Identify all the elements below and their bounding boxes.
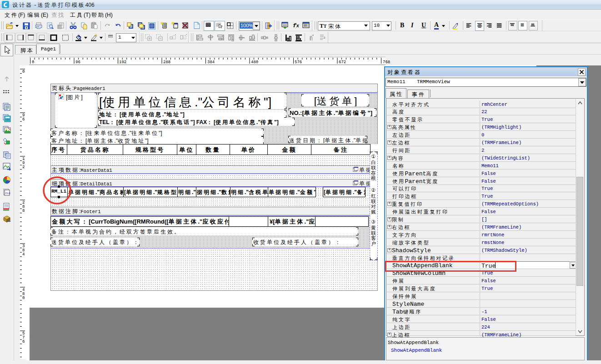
svg-text:OLE: OLE [5, 192, 10, 194]
